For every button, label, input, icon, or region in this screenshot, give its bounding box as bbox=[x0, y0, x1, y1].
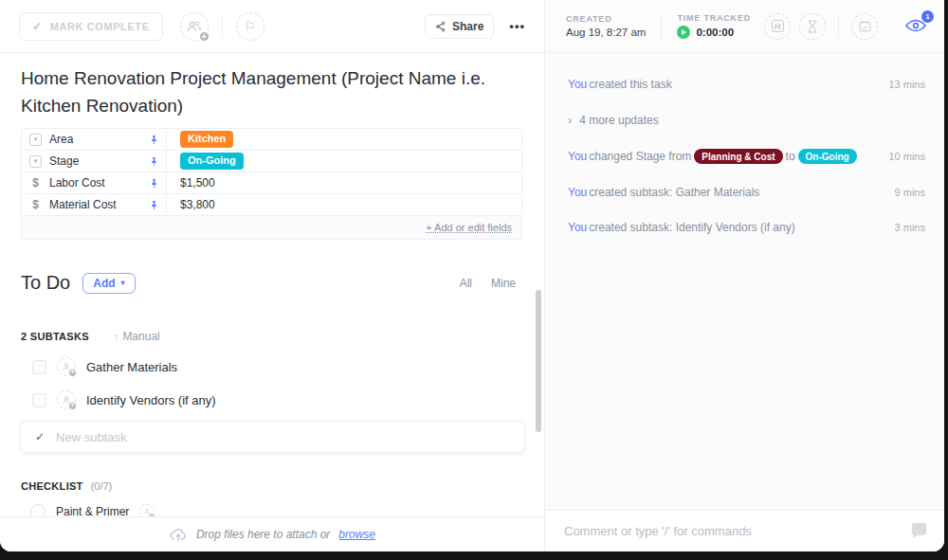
subtask-name[interactable]: Gather Materials bbox=[86, 360, 177, 374]
toolbar-divider bbox=[222, 15, 223, 38]
activity-actor[interactable]: You bbox=[568, 186, 587, 199]
area-value-badge[interactable]: Kitchen bbox=[180, 131, 233, 147]
checklist-radio[interactable] bbox=[30, 504, 46, 516]
activity-text: to bbox=[786, 150, 795, 163]
activity-text: created this task bbox=[589, 78, 671, 91]
plus-icon: + bbox=[68, 369, 77, 377]
plus-icon: + bbox=[68, 402, 77, 410]
caret-down-icon: ▾ bbox=[121, 279, 125, 287]
subtask-row[interactable]: + Gather Materials bbox=[21, 357, 521, 376]
estimate-button[interactable] bbox=[799, 13, 826, 40]
activity-header: CREATED Aug 19, 8:27 am TIME TRACKED 0:0… bbox=[545, 0, 944, 53]
field-row-material-cost[interactable]: $ Material Cost $3,800 bbox=[22, 194, 521, 216]
new-subtask-input[interactable] bbox=[56, 430, 524, 444]
field-row-stage[interactable]: ▾ Stage On-Going bbox=[22, 151, 521, 172]
browse-link[interactable]: browse bbox=[338, 528, 375, 541]
activity-feed: You created this task 13 mins › 4 more u… bbox=[545, 53, 944, 510]
comment-bar bbox=[545, 510, 944, 551]
activity-time: 13 mins bbox=[879, 79, 925, 90]
checklist-progress: (0/7) bbox=[91, 480, 113, 492]
field-row-area[interactable]: ▾ Area Kitchen bbox=[22, 129, 521, 151]
calendar-icon bbox=[859, 20, 871, 32]
mark-complete-button[interactable]: ✓ MARK COMPLETE bbox=[19, 12, 163, 41]
add-dropdown-button[interactable]: Add ▾ bbox=[82, 273, 135, 294]
field-label: Labor Cost bbox=[49, 176, 105, 190]
activity-actor[interactable]: You bbox=[568, 78, 587, 91]
pin-icon[interactable] bbox=[149, 200, 159, 210]
created-block: CREATED Aug 19, 8:27 am bbox=[566, 14, 646, 38]
expand-updates-row[interactable]: › 4 more updates bbox=[568, 113, 925, 127]
field-label: Area bbox=[49, 133, 73, 146]
more-menu-button[interactable]: ••• bbox=[509, 19, 525, 33]
checklist-item[interactable]: Paint & Primer + bbox=[21, 501, 521, 516]
play-icon bbox=[682, 29, 686, 35]
sort-manual-button[interactable]: ↑ Manual bbox=[114, 330, 160, 343]
activity-item: You created subtask: Gather Materials 9 … bbox=[568, 186, 925, 199]
hotkeys-button[interactable]: H bbox=[764, 13, 791, 40]
plus-icon: + bbox=[198, 30, 210, 43]
pin-icon[interactable] bbox=[149, 156, 159, 167]
time-tracked-label: TIME TRACKED bbox=[677, 13, 751, 23]
activity-actor[interactable]: You bbox=[568, 221, 587, 234]
subtask-assignee-button[interactable]: + bbox=[57, 390, 76, 409]
task-body: Home Renovation Project Management (Proj… bbox=[0, 53, 544, 516]
icons-divider bbox=[838, 15, 839, 38]
checklist-item-name[interactable]: Paint & Primer bbox=[56, 505, 129, 516]
add-label: Add bbox=[93, 277, 115, 290]
created-label: CREATED bbox=[566, 14, 646, 24]
activity-actor[interactable]: You bbox=[568, 150, 587, 163]
activity-time: 3 mins bbox=[885, 222, 925, 233]
todo-section-header: To Do Add ▾ All Mine bbox=[21, 272, 521, 294]
field-label: Stage bbox=[49, 154, 79, 168]
activity-panel: CREATED Aug 19, 8:27 am TIME TRACKED 0:0… bbox=[545, 0, 944, 551]
activity-time: 10 mins bbox=[879, 151, 925, 162]
checklist-header: CHECKLIST (0/7) bbox=[21, 480, 521, 492]
tab-mine[interactable]: Mine bbox=[491, 277, 516, 290]
cloud-upload-icon bbox=[169, 527, 188, 542]
scrollbar-thumb[interactable] bbox=[536, 290, 541, 432]
check-icon: ✓ bbox=[35, 430, 45, 443]
dropdown-field-icon: ▾ bbox=[29, 155, 42, 168]
activity-text: created subtask: Identify Vendors (if an… bbox=[589, 221, 794, 234]
stage-value-badge[interactable]: On-Going bbox=[180, 153, 244, 169]
subtask-checkbox[interactable] bbox=[32, 360, 46, 374]
field-row-labor-cost[interactable]: $ Labor Cost $1,500 bbox=[22, 172, 521, 194]
watcher-count-badge: 1 bbox=[921, 10, 934, 23]
mark-complete-label: MARK COMPLETE bbox=[50, 21, 150, 32]
status-heading: To Do bbox=[21, 272, 70, 294]
h-key-icon: H bbox=[772, 20, 784, 32]
comment-input[interactable] bbox=[564, 524, 900, 538]
material-cost-value[interactable]: $3,800 bbox=[180, 198, 215, 211]
task-window: ✓ MARK COMPLETE + ⚐ bbox=[0, 0, 944, 551]
share-button[interactable]: Share bbox=[425, 14, 494, 39]
due-date-button[interactable] bbox=[851, 13, 878, 40]
task-title[interactable]: Home Renovation Project Management (Proj… bbox=[21, 65, 528, 119]
subtask-row[interactable]: + Identify Vendors (if any) bbox=[21, 390, 521, 409]
subtasks-header: 2 SUBTASKS ↑ Manual bbox=[21, 330, 521, 343]
pin-icon[interactable] bbox=[149, 178, 159, 189]
watchers-button[interactable]: 1 bbox=[904, 16, 929, 37]
pin-icon[interactable] bbox=[149, 135, 159, 145]
fields-footer: + Add or edit fields bbox=[22, 216, 521, 239]
activity-item: You created subtask: Identify Vendors (i… bbox=[568, 221, 925, 234]
subtask-assignee-button[interactable]: + bbox=[57, 357, 76, 376]
labor-cost-value[interactable]: $1,500 bbox=[180, 176, 215, 190]
task-toolbar: ✓ MARK COMPLETE + ⚐ bbox=[0, 0, 544, 53]
checklist-assignee-button[interactable]: + bbox=[139, 504, 155, 516]
start-timer-button[interactable] bbox=[677, 26, 690, 39]
add-assignee-button[interactable]: + bbox=[180, 12, 209, 41]
dropzone-text: Drop files here to attach or bbox=[196, 528, 330, 541]
send-comment-icon[interactable] bbox=[909, 522, 929, 540]
time-tracked-block: TIME TRACKED 0:00:00 bbox=[677, 13, 751, 39]
tab-all[interactable]: All bbox=[460, 277, 472, 290]
set-priority-button[interactable]: ⚐ bbox=[236, 12, 264, 41]
add-edit-fields-link[interactable]: + Add or edit fields bbox=[426, 222, 512, 233]
activity-text: created subtask: Gather Materials bbox=[589, 186, 759, 199]
more-updates-text[interactable]: 4 more updates bbox=[579, 114, 658, 127]
share-icon bbox=[435, 21, 447, 32]
activity-text: changed Stage from bbox=[589, 150, 691, 163]
share-label: Share bbox=[452, 20, 483, 33]
subtask-name[interactable]: Identify Vendors (if any) bbox=[86, 393, 216, 407]
attachment-dropzone[interactable]: Drop files here to attach or browse bbox=[0, 516, 544, 551]
subtask-checkbox[interactable] bbox=[32, 393, 46, 407]
